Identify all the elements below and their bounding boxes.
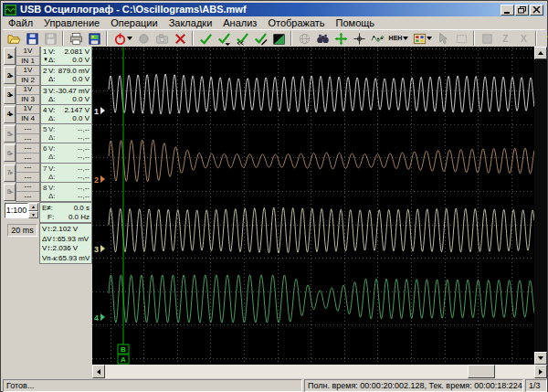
scroll-up-button[interactable] [534, 47, 547, 59]
block-tool-icon [480, 32, 494, 46]
channel-4-trace [109, 275, 534, 323]
channel-3-readout: 3V:-30.47 mVΔ:0.0 V [40, 86, 92, 105]
channel-2-marker[interactable]: 2 [94, 175, 105, 185]
channel-1-range[interactable]: 1VIN 1 [16, 47, 40, 66]
invert-screen-button[interactable] [269, 30, 288, 47]
horizontal-scrollbar[interactable] [92, 365, 547, 378]
scroll-down-button[interactable] [534, 352, 547, 365]
apply-check-skip-button[interactable] [251, 30, 269, 47]
palette-tool-button[interactable] [410, 30, 428, 47]
channel-2-button[interactable]: 2▸ [4, 67, 16, 84]
units-menu-dropdown-arrow[interactable] [403, 37, 408, 40]
period-label: E≠: [42, 204, 53, 213]
spinner-up-button[interactable]: ▲ [28, 203, 38, 211]
vertical-scrollbar[interactable] [534, 47, 547, 365]
toolbar-separator [535, 31, 537, 46]
cursor-tool-button[interactable] [350, 30, 368, 47]
close-button[interactable] [530, 5, 543, 16]
svg-text:2: 2 [94, 175, 99, 185]
scroll-right-button[interactable] [534, 365, 547, 378]
palette-tool-dropdown-arrow[interactable] [427, 37, 432, 40]
menu-item-помощь[interactable]: Помощь [331, 17, 381, 29]
zoom-x-icon: X [517, 32, 531, 46]
minimize-button[interactable] [501, 5, 514, 16]
save-file-button[interactable] [23, 30, 41, 47]
svg-text:A: A [121, 355, 126, 364]
print-button[interactable] [67, 30, 85, 47]
pointer-tool-button [434, 30, 452, 47]
menu-item-отображать[interactable]: Отображать [262, 17, 330, 29]
fit-signal-button[interactable] [332, 30, 350, 47]
channel-5-row: 5▸------5V:--,--Δ:--,-- [3, 124, 92, 143]
open-file-icon [7, 32, 21, 46]
measurement-line: V↕:2.036 V [42, 244, 90, 254]
main-area: 1▸1VIN 11V:2.081 V▼Δ:0.0 V2▸1VIN 22V:879… [3, 47, 547, 365]
channel-5-button[interactable]: 5▸ [4, 125, 16, 143]
open-file-button[interactable] [5, 30, 23, 47]
frame-tool-button [452, 30, 470, 47]
help-button[interactable]: ? [540, 30, 548, 47]
toolbar: НЕНZX? [3, 29, 545, 47]
channel-8-range[interactable]: ------ [16, 183, 40, 202]
apply-check-next-button[interactable] [215, 30, 233, 47]
channel-7-range[interactable]: ------ [16, 164, 40, 183]
record-stop-button[interactable] [111, 30, 129, 47]
channel-4-range[interactable]: 1VIN 4 [16, 105, 40, 124]
status-page-indicator: 1/3 [525, 379, 547, 392]
restore-button[interactable] [515, 5, 529, 16]
wave-points-tool-button[interactable] [368, 30, 386, 47]
menu-item-операции[interactable]: Операции [105, 17, 163, 29]
channel-4-marker[interactable]: 4 [94, 313, 105, 323]
apply-check-button[interactable] [196, 30, 215, 47]
channel-6-button[interactable]: 6▸ [4, 144, 16, 162]
channel-5-range[interactable]: ------ [16, 124, 40, 143]
channel-3-trace [109, 207, 534, 253]
apply-check-all-icon [236, 32, 249, 46]
menu-item-файл[interactable]: Файл [3, 17, 38, 29]
channel-8-button[interactable]: 8▸ [4, 184, 16, 201]
vertical-scroll-track[interactable] [534, 59, 547, 352]
menu-item-управление[interactable]: Управление [38, 17, 105, 29]
apply-check-all-button[interactable] [233, 30, 251, 47]
channel-3-range[interactable]: 1VIN 3 [16, 86, 40, 105]
title-bar: USB Осциллограф - C:\Oscillograms\ABS.mw… [3, 3, 545, 16]
menu-item-анализ[interactable]: Анализ [217, 17, 262, 29]
channel-7-button[interactable]: 7▸ [4, 164, 16, 182]
scroll-left-button[interactable] [92, 365, 105, 378]
horizontal-scroll-thumb[interactable] [468, 365, 495, 378]
erase-marks-button[interactable] [171, 30, 189, 47]
scroll-filler [3, 365, 92, 378]
snapshot-button [153, 30, 171, 47]
channel-6-range[interactable]: ------ [16, 143, 40, 163]
measurement-line: V↕:2.102 V [42, 225, 90, 235]
svg-text:Z: Z [502, 34, 508, 44]
app-window: USB Осциллограф - C:\Oscillograms\ABS.mw… [0, 0, 548, 392]
web-button [295, 30, 313, 47]
compression-ratio-field[interactable]: 1:100 [5, 203, 28, 218]
menu-item-закладки[interactable]: Закладки [163, 17, 218, 29]
record-stop-dropdown-arrow[interactable] [127, 37, 132, 40]
spinner-down-button[interactable]: ▼ [28, 211, 38, 219]
sync-readout: E≠:0.0 s F:0.0 Hz [39, 202, 92, 223]
channel-7-readout: 7V:--,--Δ:--,-- [40, 164, 92, 183]
channel-4-readout: 4V:2.147 VΔ:0.0 V [40, 105, 92, 124]
channel-1-marker[interactable]: 1 [94, 107, 105, 116]
channel-3-button[interactable]: 3▸ [4, 87, 16, 104]
search-button[interactable] [313, 30, 332, 47]
compression-spinner[interactable]: 1:100 ▲ ▼ [5, 203, 38, 218]
apply-check-icon [199, 32, 213, 46]
measurements-readout: V↕:2.102 VΔV↕:65.93 mVV↕:2.036 VVп-к:65.… [39, 223, 92, 264]
channel-4-button[interactable]: 4▸ [4, 106, 16, 123]
channel-3-marker[interactable]: 3 [94, 245, 105, 254]
channel-2-range[interactable]: 1VIN 2 [16, 66, 40, 85]
channel-3-row: 3▸1VIN 33V:-30.47 mVΔ:0.0 V [3, 86, 92, 105]
oscillogram-plot[interactable]: 1234BA [92, 47, 534, 365]
help-icon: ? [543, 32, 548, 46]
save-image-button[interactable] [85, 30, 103, 47]
channel-5-readout: 5V:--,--Δ:--,-- [40, 124, 92, 143]
units-menu-button[interactable]: НЕН [386, 30, 405, 47]
snapshot-icon [155, 32, 169, 46]
erase-marks-icon [174, 32, 187, 46]
record-button [134, 30, 153, 47]
channel-1-button[interactable]: 1▸ [4, 48, 16, 65]
